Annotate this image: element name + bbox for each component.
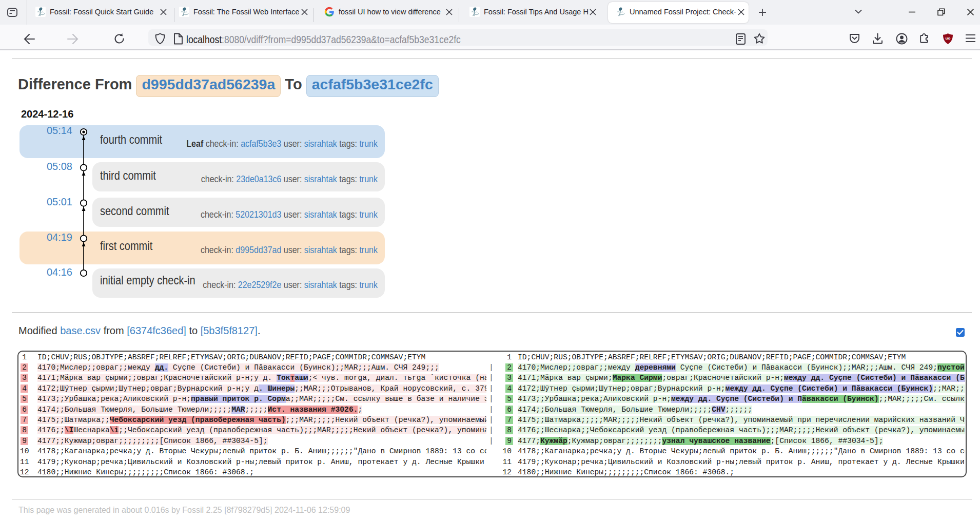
svg-text:uo: uo [946, 36, 951, 41]
